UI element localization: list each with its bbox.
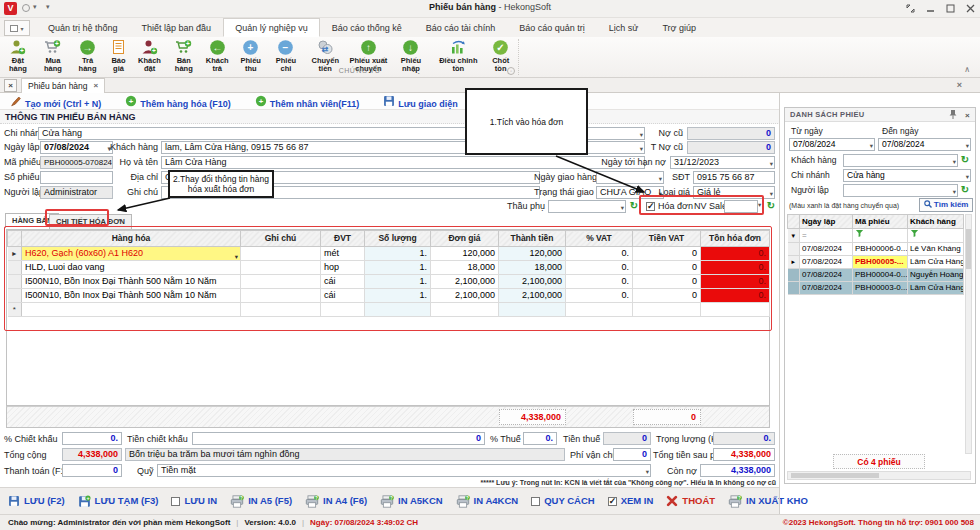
receipt-ma[interactable]: PBH00006-0...	[853, 243, 908, 256]
grid-cell[interactable]: 120,000	[499, 247, 566, 261]
refresh-icon[interactable]: ↻	[628, 200, 640, 213]
ngay-toi-han-no-field[interactable]: 31/12/2023▾	[670, 156, 775, 169]
ribbon-tab-2[interactable]: Thiết lập ban đầu	[130, 18, 224, 37]
ribbon-button-mua-hang[interactable]: +Mua hàng	[35, 38, 71, 74]
grid-cell[interactable]: 0.	[701, 275, 770, 289]
grid-cell[interactable]: 0	[633, 247, 701, 261]
chevron-down-icon[interactable]: ▾	[966, 140, 969, 151]
action-in-a4[interactable]: ?IN A4 (F6)	[305, 488, 367, 514]
grid-col-4[interactable]: Số lượng	[365, 231, 431, 247]
grid-cell[interactable]: 0.	[566, 275, 633, 289]
receipt-ma[interactable]: PBH00004-0...	[853, 269, 908, 282]
ho-va-ten-field[interactable]: Lâm Cửa Hàng	[161, 156, 645, 169]
receipt-row-2[interactable]: ▸07/08/2024PBH00005-...Lâm Cửa Hàng	[788, 256, 964, 269]
grid-cell[interactable]	[22, 303, 241, 317]
close-icon[interactable]	[965, 3, 976, 14]
ribbon-tab-7[interactable]: Lịch sử	[597, 18, 651, 37]
panel-close-icon[interactable]: ×	[965, 109, 970, 123]
grid-cell[interactable]: 2,100,000	[499, 289, 566, 303]
tien-chiet-khau-field[interactable]: 0	[192, 432, 485, 445]
grid-cell[interactable]	[241, 247, 321, 261]
action-in-a5[interactable]: ?IN A5 (F5)	[230, 488, 292, 514]
action-quy-cach[interactable]: QUY CÁCH	[531, 488, 595, 514]
panel-chi-nhanh-field[interactable]: Cửa hàng▾	[843, 169, 971, 182]
sdt-field[interactable]: 0915 75 66 87	[693, 171, 775, 184]
grid-cell[interactable]: 0.	[566, 289, 633, 303]
grid-cell[interactable]	[701, 303, 770, 317]
grid-cell[interactable]: cái	[321, 275, 365, 289]
ribbon-button-phieu-thu[interactable]: +Phiếu thu	[233, 38, 269, 74]
grid-cell[interactable]: 0.	[701, 261, 770, 275]
action-luu[interactable]: LƯU (F2)	[8, 488, 65, 514]
ribbon-collapse-icon[interactable]: ∧	[964, 65, 970, 74]
ribbon-button-phieu-chi[interactable]: −Phiếu chi	[269, 38, 304, 74]
chevron-down-icon[interactable]: ▾	[621, 202, 624, 213]
grid-row-4[interactable]: I500N10, Bồn Inox Đại Thành 500 Nằm 10 N…	[8, 289, 770, 303]
grid-col-2[interactable]: Ghi chú	[241, 231, 321, 247]
ribbon-tab-6[interactable]: Báo cáo quản trị	[507, 18, 597, 37]
panel-splitter[interactable]	[779, 93, 780, 514]
grid-cell[interactable]: 120,000	[431, 247, 499, 261]
grid-row-3[interactable]: I500N10, Bồn Inox Đại Thành 500 Nằm 10 N…	[8, 275, 770, 289]
group-dialog-launcher-icon[interactable]: ◦	[507, 67, 515, 75]
grid-cell[interactable]: 2,100,000	[431, 289, 499, 303]
receipt-col-2[interactable]: Mã phiếu	[853, 215, 908, 229]
grid-cell[interactable]	[365, 303, 431, 317]
grid-cell[interactable]: H620, Gạch (60x60) A1 H620▾	[22, 247, 241, 261]
tu-ngay-field[interactable]: 07/08/2024▾	[789, 138, 875, 151]
action-luu-in[interactable]: LƯU IN	[171, 488, 217, 514]
xem-in-checkbox[interactable]	[608, 497, 617, 506]
chevron-down-icon[interactable]: ▾	[953, 156, 956, 167]
refresh-icon[interactable]: ↻	[765, 200, 777, 213]
ribbon-button-ban-hang[interactable]: +Bán hàng	[166, 38, 202, 74]
grid-new-row[interactable]: *	[8, 303, 770, 317]
thau-phu-field[interactable]: ▾	[548, 200, 626, 213]
ribbon-button-khach-dat-hang[interactable]: +Khách đặt hàng	[133, 38, 166, 74]
grid-col-3[interactable]: ĐVT	[321, 231, 365, 247]
grid-row-1[interactable]: ▸H620, Gạch (60x60) A1 H620▾mét1.120,000…	[8, 247, 770, 261]
grid-cell[interactable]	[499, 303, 566, 317]
panel-hscrollbar[interactable]	[787, 471, 971, 480]
grid-col-7[interactable]: % VAT	[566, 231, 633, 247]
ribbon-button-dieu-chinh-ton[interactable]: Điều chỉnh tồn	[432, 38, 484, 74]
ribbon-tab-3[interactable]: Quản lý nghiệp vụ	[223, 18, 320, 37]
chevron-down-icon[interactable]: ▾	[640, 143, 643, 154]
grid-cell[interactable]: hop	[321, 261, 365, 275]
grid-col-5[interactable]: Đơn giá	[431, 231, 499, 247]
grid-cell[interactable]: 1.	[365, 275, 431, 289]
action-in-a4kcn[interactable]: ?IN A4KCN	[456, 488, 519, 514]
ngay-giao-hang-field[interactable]: ▾	[596, 171, 664, 184]
grid-cell[interactable]	[431, 303, 499, 317]
den-ngay-field[interactable]: 07/08/2024▾	[878, 138, 971, 151]
grid-cell[interactable]: 0	[633, 289, 701, 303]
grid-cell[interactable]: 0.	[701, 247, 770, 261]
grid-cell[interactable]: I500N10, Bồn Inox Đại Thành 500 Nằm 10 N…	[22, 275, 241, 289]
grid-cell[interactable]: 0	[633, 261, 701, 275]
close-document-button[interactable]: ×	[4, 79, 17, 92]
action-luu-tam[interactable]: +LƯU TẠM (F3)	[78, 488, 159, 514]
grid-cell[interactable]	[241, 275, 321, 289]
receipt-ngay[interactable]: 07/08/2024	[800, 282, 853, 295]
receipt-khach[interactable]: Nguyễn Hoàng Thiện	[908, 269, 964, 282]
grid-row-2[interactable]: HLD, Luoi dao vanghop1.18,00018,0000.00.	[8, 261, 770, 275]
grid-cell[interactable]: 2,100,000	[499, 275, 566, 289]
grid-cell[interactable]: 18,000	[431, 261, 499, 275]
phi-van-chuyen-field[interactable]: 0	[613, 448, 651, 461]
ribbon-tab-4[interactable]: Báo cáo thống kê	[320, 18, 414, 37]
grid-cell[interactable]: 0.	[701, 289, 770, 303]
grid-col-9[interactable]: Tồn hóa đơn	[701, 231, 770, 247]
grid-cell[interactable]: 0.	[566, 261, 633, 275]
ribbon-button-khach-tra-hang[interactable]: ←Khách trả hàng	[202, 38, 233, 74]
receipt-ngay[interactable]: 07/08/2024	[800, 256, 853, 269]
grid-cell[interactable]: 1.	[365, 261, 431, 275]
receipt-col-3[interactable]: Khách hàng	[908, 215, 964, 229]
chevron-down-icon[interactable]: ▾	[640, 129, 643, 140]
tab-chi-tiet-hoa-don[interactable]: CHI TIẾT HÓA ĐƠN	[49, 214, 132, 229]
grid-cell[interactable]	[633, 303, 701, 317]
grid-cell[interactable]: 1.	[365, 247, 431, 261]
chevron-down-icon[interactable]: ▾	[770, 158, 773, 169]
search-button[interactable]: Tìm kiếm	[919, 198, 973, 212]
receipt-ngay[interactable]: 07/08/2024	[800, 269, 853, 282]
grid-col-6[interactable]: Thành tiền	[499, 231, 566, 247]
maximize-icon[interactable]	[945, 3, 956, 14]
